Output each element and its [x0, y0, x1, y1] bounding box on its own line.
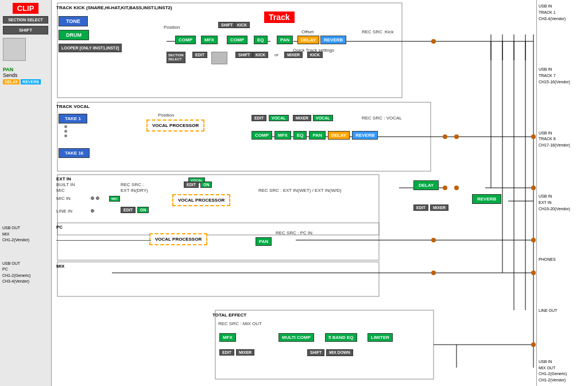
section-select-button[interactable]: SECTION SELECT: [3, 16, 48, 24]
svg-point-38: [431, 238, 436, 242]
svg-point-33: [443, 134, 447, 139]
phones-label: PHONES: [539, 256, 586, 263]
section-select-btn-kick[interactable]: SECTIONSELECT: [167, 52, 185, 63]
edit-btn-kick[interactable]: EDIT: [192, 52, 207, 58]
vocal-delay-btn[interactable]: DELAY: [328, 131, 350, 140]
kick3-btn-kick[interactable]: KICK: [307, 52, 323, 58]
total-shift-btn[interactable]: SHIFT: [307, 349, 324, 356]
svg-point-44: [531, 271, 536, 275]
track-kick-comp2[interactable]: COMP: [227, 36, 247, 44]
usb-in-track8-label: USB IN TRACK 8 CH17-18(Vendor): [539, 130, 586, 148]
tone-button[interactable]: TONE: [59, 16, 88, 26]
ext-in-edit3-btn[interactable]: EDIT: [413, 204, 428, 211]
vocal-comp-btn[interactable]: COMP: [252, 131, 272, 140]
mixer-btn-kick[interactable]: MIXER: [284, 52, 303, 58]
total-mixer-btn[interactable]: MIXER: [236, 349, 254, 356]
track-kick-delay[interactable]: DELAY: [297, 36, 319, 44]
vocal-position-label: Position: [158, 112, 174, 118]
line-edit-on: EDIT ON: [121, 207, 149, 213]
mix-title: MIX: [56, 263, 64, 269]
track-vocal-title: TRACK VOCAL: [56, 103, 90, 109]
svg-point-43: [531, 238, 536, 242]
ext-in-mixer-btn[interactable]: MIXER: [430, 204, 448, 211]
take16-button[interactable]: TAKE 16: [59, 148, 90, 158]
pc-line1: [56, 240, 151, 241]
ext-in-reverb-btn[interactable]: REVERB: [472, 194, 501, 204]
clip-label: CLIP: [3, 3, 48, 14]
main-container: CLIP SECTION SELECT SHIFT PAN Sends DELA…: [0, 0, 588, 386]
total-mfx-btn[interactable]: MFX: [219, 333, 236, 342]
vocal-btn2[interactable]: VOCAL: [313, 115, 333, 121]
line-connection: [91, 209, 94, 213]
pad-display: [3, 38, 26, 61]
total-effect-title: TOTAL EFFECT: [212, 312, 246, 318]
pc-title: PC: [56, 224, 63, 230]
svg-point-41: [531, 134, 536, 139]
offset-label: Offset: [301, 29, 314, 34]
track-kick-eq[interactable]: EQ: [254, 36, 268, 44]
vocal-eq-btn[interactable]: EQ: [293, 131, 307, 140]
total-edit-btn[interactable]: EDIT: [219, 349, 234, 356]
ext-in-vocal-processor-box: VOCAL PROCESSOR: [172, 194, 230, 206]
reverb-label: REVERB: [21, 79, 41, 84]
line-on-btn[interactable]: ON: [137, 207, 149, 213]
vocal-mixer-btn[interactable]: MIXER: [293, 115, 311, 121]
vocal-btn1[interactable]: VOCAL: [269, 115, 289, 121]
total-multi-comp-btn[interactable]: MULTI COMP: [278, 333, 314, 342]
total-mixdown-btn[interactable]: MIX DOWN: [326, 349, 353, 356]
built-in-mic-label: BUILT IN MIC: [56, 182, 75, 193]
usb-in-mix-out-label: USB IN MIX OUT CH1-2(Generic) CH1-2(Vend…: [539, 358, 586, 383]
ext-in-title: EXT IN: [56, 176, 71, 182]
rec-src-ext-in-label: REC SRC : EXT IN(DRY): [121, 182, 148, 193]
mic-in-label: MIC IN: [56, 195, 71, 201]
line-edit-btn[interactable]: EDIT: [121, 207, 136, 213]
vocal-mfx-btn[interactable]: MFX: [274, 131, 291, 140]
take1-button[interactable]: TAKE 1: [59, 114, 87, 123]
ext-in-edit-btn[interactable]: EDIT: [184, 182, 199, 188]
vocal-edit-btn[interactable]: EDIT: [252, 115, 266, 121]
track-kick-comp1[interactable]: COMP: [175, 36, 196, 44]
svg-point-42: [531, 186, 536, 190]
pc-rec-src-label: REC SRC : PC IN: [276, 230, 312, 236]
line-in-label: LINE IN: [56, 208, 72, 214]
track-kick-title: TRACK KICK (SNARE,HI-HAT,KIT,BASS,INST1,…: [56, 5, 172, 10]
track-kick-pan[interactable]: PAN: [277, 36, 293, 44]
looper-button[interactable]: LOOPER [ONLY IINST1,INST2]: [59, 44, 122, 52]
ext-in-on-btn[interactable]: ON: [200, 182, 212, 188]
vocal-pan-btn[interactable]: PAN: [309, 131, 325, 140]
track-kick-shift-button[interactable]: SHIFT: [218, 22, 235, 28]
track-kick-position-label: Position: [164, 24, 180, 30]
total-effect-rec-src: REC SRC : MIX OUT: [218, 321, 262, 326]
shift2-btn-kick[interactable]: SHIFT: [235, 52, 253, 58]
svg-rect-4: [57, 262, 379, 296]
ext-in-edit-on: EDIT ON: [184, 182, 212, 188]
total-5band-eq-btn[interactable]: 5 BAND EQ: [325, 333, 357, 342]
pc-pan-btn[interactable]: PAN: [256, 237, 272, 246]
diagram-area: TRACK KICK (SNARE,HI-HAT,KIT,BASS,INST1,…: [52, 0, 536, 386]
pc-vocal-processor-box: VOCAL PROCESSOR: [149, 233, 207, 245]
track-kick-reverb[interactable]: REVERB: [320, 36, 346, 44]
track-kick-mfx[interactable]: MFX: [201, 36, 218, 44]
ext-in-delay-btn[interactable]: DELAY: [413, 180, 439, 190]
drum-button[interactable]: DRUM: [59, 30, 89, 40]
total-edit-mixer: EDIT MIXER: [219, 349, 254, 356]
track-kick-kick1-button[interactable]: KICK: [234, 22, 250, 28]
track-label: Track: [264, 13, 295, 22]
svg-point-39: [431, 271, 436, 275]
shift-button[interactable]: SHIFT: [3, 26, 48, 34]
svg-point-36: [443, 186, 447, 190]
line-out-label: LINE OUT: [539, 307, 586, 314]
total-limiter-btn[interactable]: LIMITER: [368, 333, 393, 342]
rec-src-vocal-label: REC SRC : VOCAL: [362, 115, 402, 121]
svg-point-34: [454, 134, 459, 139]
usb-out-mix-label: USB OUT MIX CH1-2(Vendor): [2, 225, 48, 244]
vocal-reverb-btn[interactable]: REVERB: [352, 131, 378, 140]
sends-label: Sends: [3, 72, 48, 78]
kick2-btn-kick[interactable]: KICK: [253, 52, 268, 58]
usb-out-pc-label: USB OUT PC CH1-2(Generic) CH3-4(Vendor): [2, 261, 48, 285]
or-text-kick: or: [274, 52, 278, 57]
ext-in-edit-mixer: EDIT MIXER: [413, 204, 448, 211]
usb-in-track1-label: USB IN TRACK 1 CH3-4(Vendor): [539, 3, 586, 21]
pan-label: PAN: [3, 67, 48, 72]
svg-point-32: [431, 39, 436, 44]
